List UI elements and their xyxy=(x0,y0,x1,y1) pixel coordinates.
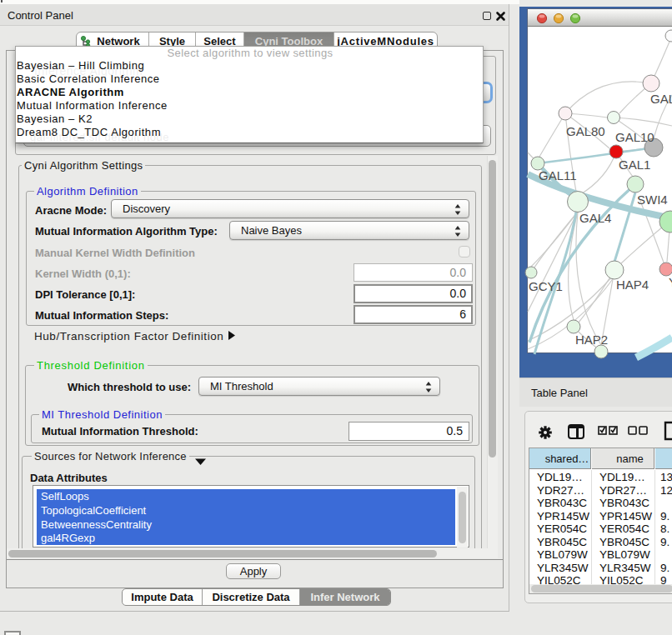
svg-text:GAL11: GAL11 xyxy=(539,168,577,182)
svg-text:HAP4: HAP4 xyxy=(616,278,649,292)
svg-text:Y: Y xyxy=(669,275,672,289)
svg-text:GAL80: GAL80 xyxy=(566,124,605,138)
svg-text:GAL10: GAL10 xyxy=(615,130,654,144)
svg-text:HAP2: HAP2 xyxy=(575,332,608,347)
svg-text:SWI4: SWI4 xyxy=(637,192,668,207)
svg-text:GAL1: GAL1 xyxy=(619,158,650,172)
svg-text:GAL7: GAL7 xyxy=(650,92,672,106)
svg-text:GAL4: GAL4 xyxy=(579,211,611,225)
svg-text:GCY1: GCY1 xyxy=(529,279,563,293)
